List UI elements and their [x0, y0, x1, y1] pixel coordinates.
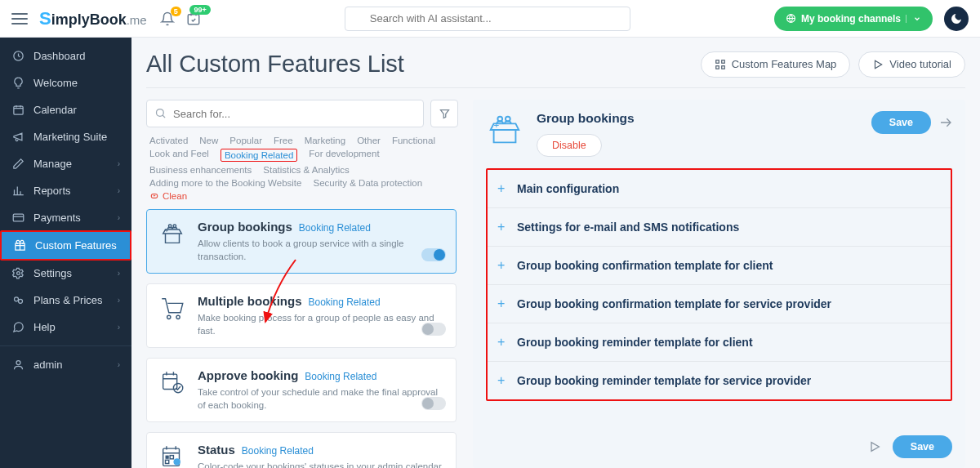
- svg-rect-14: [721, 65, 724, 69]
- calendar-icon: [11, 104, 24, 116]
- filter-icon[interactable]: [430, 100, 458, 127]
- config-section[interactable]: +Group booking confirmation template for…: [488, 284, 951, 323]
- svg-rect-26: [166, 456, 169, 459]
- svg-text:+: +: [494, 120, 500, 130]
- feature-description: Color-code your bookings' statuses in yo…: [198, 461, 444, 468]
- feature-toggle[interactable]: [421, 323, 446, 336]
- filter-tag[interactable]: For development: [309, 149, 379, 162]
- sidebar-item-label: Settings: [33, 267, 72, 279]
- config-sections: +Main configuration+Settings for e-mail …: [486, 168, 952, 401]
- filter-tag[interactable]: Adding more to the Booking Website: [149, 178, 301, 188]
- sidebar-item-custom-features[interactable]: Custom Features: [2, 232, 130, 259]
- sidebar-item-label: Calendar: [33, 104, 77, 116]
- filter-tag[interactable]: Business enhancements: [149, 165, 252, 175]
- feature-title: Multiple bookings: [198, 294, 302, 308]
- chevron-right-icon: ›: [118, 186, 120, 195]
- section-label: Main configuration: [517, 182, 619, 195]
- disable-button[interactable]: Disable: [537, 134, 602, 157]
- approve-icon: [158, 368, 186, 396]
- svg-point-24: [173, 383, 182, 392]
- feature-card[interactable]: StatusBooking RelatedColor-code your boo…: [146, 432, 457, 468]
- sidebar-item-payments[interactable]: Payments›: [0, 204, 131, 231]
- sidebar-item-help[interactable]: Help›: [0, 314, 131, 341]
- global-search-input[interactable]: [345, 7, 630, 31]
- feature-toggle[interactable]: [421, 248, 446, 261]
- sidebar-item-plans-prices[interactable]: Plans & Prices›: [0, 287, 131, 314]
- filter-tag[interactable]: Statistics & Analytics: [263, 165, 349, 175]
- sidebar-item-settings[interactable]: Settings›: [0, 260, 131, 287]
- feature-card[interactable]: Approve bookingBooking RelatedTake contr…: [146, 358, 457, 422]
- svg-rect-28: [166, 460, 169, 463]
- sidebar-item-dashboard[interactable]: Dashboard: [0, 42, 131, 69]
- chevron-right-icon: ›: [118, 269, 120, 278]
- svg-point-7: [16, 272, 20, 275]
- filter-tag[interactable]: Activated: [149, 136, 188, 145]
- sidebar-item-label: Reports: [33, 185, 71, 197]
- section-label: Group booking confirmation template for …: [517, 259, 773, 272]
- feature-search-input[interactable]: [146, 100, 424, 127]
- section-label: Group booking confirmation template for …: [517, 297, 831, 310]
- topbar: SimplyBook.me 5 99+ My booking channels: [0, 0, 980, 38]
- chevron-right-icon: ›: [118, 323, 120, 332]
- dark-mode-toggle[interactable]: [944, 7, 969, 31]
- filter-tag[interactable]: Popular: [229, 136, 262, 145]
- feature-list: +Group bookingsBooking RelatedAllow clie…: [146, 209, 458, 468]
- section-label: Settings for e-mail and SMS notification…: [517, 221, 739, 234]
- sidebar-item-label: Plans & Prices: [33, 294, 103, 306]
- video-tutorial-button[interactable]: Video tutorial: [858, 51, 965, 78]
- filter-tag[interactable]: Functional: [392, 136, 435, 145]
- svg-rect-11: [715, 60, 719, 63]
- filter-tag[interactable]: Other: [357, 136, 381, 145]
- svg-rect-13: [715, 65, 719, 69]
- config-section[interactable]: +Settings for e-mail and SMS notificatio…: [488, 207, 951, 246]
- sidebar-item-label: Custom Features: [35, 239, 117, 252]
- feature-toggle[interactable]: [421, 397, 446, 410]
- tasks-icon[interactable]: 99+: [186, 11, 201, 26]
- filter-tag[interactable]: Marketing: [305, 136, 346, 145]
- svg-rect-5: [13, 214, 24, 221]
- hamburger-menu-icon[interactable]: [11, 13, 28, 25]
- svg-text:+: +: [165, 227, 169, 234]
- features-column: ActivatedNewPopularFreeMarketingOtherFun…: [146, 100, 458, 468]
- svg-point-10: [16, 361, 20, 365]
- filter-tags: ActivatedNewPopularFreeMarketingOtherFun…: [146, 134, 458, 209]
- svg-point-8: [14, 297, 18, 301]
- config-section[interactable]: +Group booking reminder template for ser…: [488, 361, 951, 399]
- feature-description: Make booking process for a group of peop…: [198, 312, 444, 337]
- config-section[interactable]: +Group booking confirmation template for…: [488, 246, 951, 284]
- sidebar-item-marketing-suite[interactable]: Marketing Suite: [0, 123, 131, 150]
- filter-tag-selected[interactable]: Booking Related: [220, 149, 297, 162]
- logo[interactable]: SimplyBook.me: [39, 8, 147, 29]
- sidebar-item-reports[interactable]: Reports›: [0, 177, 131, 204]
- custom-features-map-button[interactable]: Custom Features Map: [701, 51, 851, 78]
- svg-point-16: [157, 109, 164, 117]
- section-label: Group booking reminder template for clie…: [517, 336, 753, 349]
- chevron-down-icon: [906, 15, 921, 23]
- notifications-bell-icon[interactable]: 5: [160, 11, 175, 26]
- filter-tag[interactable]: Free: [274, 136, 293, 145]
- play-icon[interactable]: [868, 440, 881, 453]
- collapse-icon[interactable]: [939, 116, 952, 129]
- filter-tag[interactable]: Security & Data protection: [313, 178, 422, 188]
- cart-icon: [158, 294, 186, 322]
- filter-clean[interactable]: Clean: [149, 191, 187, 201]
- config-section[interactable]: +Group booking reminder template for cli…: [488, 323, 951, 361]
- feature-card[interactable]: Multiple bookingsBooking RelatedMake boo…: [146, 283, 457, 348]
- sidebar-item-label: Help: [33, 321, 56, 333]
- card-icon: [11, 212, 24, 224]
- filter-tag[interactable]: New: [199, 136, 218, 145]
- save-button-top[interactable]: Save: [871, 111, 931, 134]
- sidebar-item-calendar[interactable]: Calendar: [0, 96, 131, 123]
- my-booking-channels-button[interactable]: My booking channels: [774, 7, 933, 31]
- feature-card[interactable]: +Group bookingsBooking RelatedAllow clie…: [146, 209, 457, 274]
- dashboard-icon: [11, 50, 24, 62]
- feature-tag: Booking Related: [299, 222, 371, 234]
- sidebar-item-welcome[interactable]: Welcome: [0, 69, 131, 96]
- expand-icon: +: [497, 258, 509, 273]
- config-section[interactable]: +Main configuration: [488, 170, 951, 207]
- filter-tag[interactable]: Look and Feel: [149, 149, 209, 162]
- svg-rect-12: [721, 60, 724, 63]
- sidebar-item-manage[interactable]: Manage›: [0, 150, 131, 177]
- save-button-bottom[interactable]: Save: [893, 435, 952, 458]
- sidebar-item-admin[interactable]: admin›: [0, 351, 131, 378]
